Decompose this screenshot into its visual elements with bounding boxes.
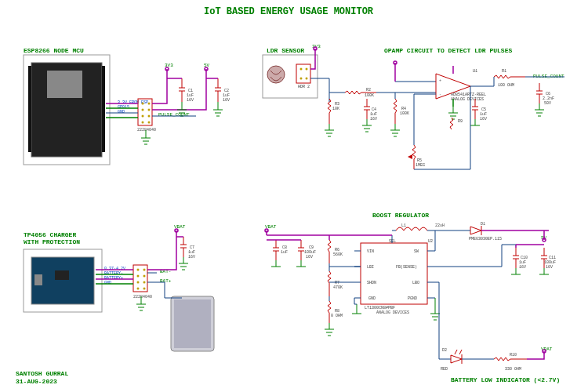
- svg-point-7: [148, 115, 151, 118]
- svg-point-22: [137, 269, 140, 271]
- R6: [328, 240, 331, 263]
- svg-point-15: [306, 78, 308, 80]
- gnd-mcu: [177, 102, 187, 116]
- D1: [470, 227, 481, 234]
- svg-point-24: [137, 275, 140, 278]
- L1: [396, 227, 427, 230]
- svg-point-6: [142, 115, 144, 118]
- U2: [361, 243, 427, 304]
- svg-rect-31: [174, 299, 211, 348]
- R3: [328, 99, 331, 124]
- svg-text:+: +: [439, 78, 441, 83]
- svg-point-14: [300, 78, 303, 80]
- svg-point-29: [143, 288, 146, 290]
- svg-point-12: [300, 68, 303, 71]
- J1: [138, 99, 152, 125]
- svg-point-3: [148, 103, 151, 105]
- C6: [536, 83, 543, 103]
- svg-rect-21: [34, 274, 42, 285]
- svg-point-9: [148, 122, 151, 124]
- svg-point-25: [143, 275, 146, 278]
- C9: [298, 240, 304, 260]
- svg-rect-0: [28, 66, 31, 152]
- svg-point-27: [143, 281, 146, 284]
- HDR2: [296, 64, 310, 83]
- mcu-pins-left: [28, 66, 31, 152]
- schematic-canvas: +-: [0, 0, 588, 392]
- J2: [133, 265, 147, 292]
- C11: [541, 248, 547, 268]
- R10: [494, 358, 527, 361]
- C2: [215, 78, 221, 102]
- mcu-pins-right: [102, 66, 105, 152]
- R2: [345, 91, 376, 94]
- C5: [472, 99, 478, 119]
- svg-point-2: [142, 103, 144, 105]
- C10: [513, 248, 519, 268]
- C8: [273, 240, 279, 260]
- R4: [394, 99, 397, 124]
- R7: [328, 271, 331, 296]
- svg-point-8: [142, 122, 144, 124]
- svg-text:-: -: [439, 93, 441, 97]
- R8: [328, 301, 331, 323]
- svg-rect-20: [55, 270, 69, 280]
- C1: [179, 78, 185, 102]
- R5: [412, 145, 416, 169]
- svg-point-23: [143, 269, 146, 271]
- svg-point-28: [137, 288, 140, 290]
- svg-rect-1: [102, 66, 105, 152]
- mcu-shield: [47, 71, 82, 98]
- D2: [451, 355, 462, 363]
- C7: [180, 237, 187, 257]
- svg-point-13: [306, 68, 308, 71]
- svg-point-5: [148, 109, 151, 111]
- C4: [364, 99, 370, 119]
- R1: [494, 75, 525, 78]
- svg-point-26: [137, 281, 140, 284]
- svg-point-4: [142, 109, 144, 111]
